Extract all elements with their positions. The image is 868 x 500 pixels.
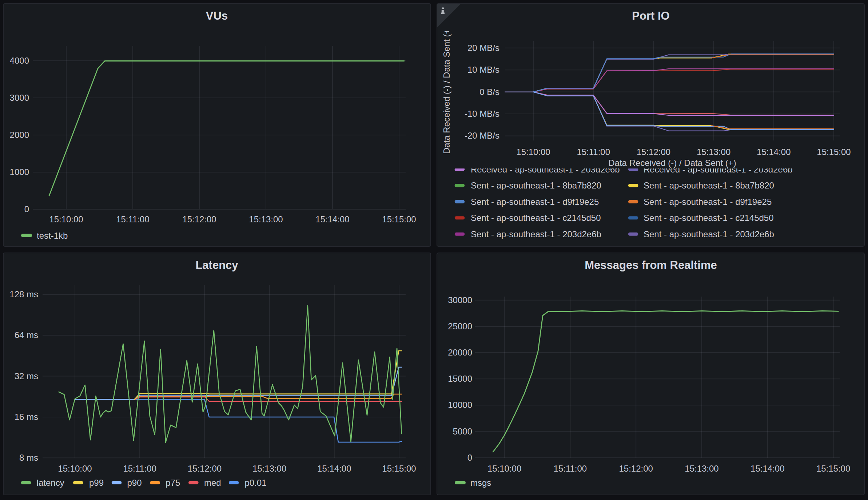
svg-text:Messages from Realtime: Messages from Realtime	[585, 259, 717, 271]
svg-text:128 ms: 128 ms	[9, 289, 38, 299]
svg-text:15:10:00: 15:10:00	[487, 464, 521, 473]
svg-text:VUs: VUs	[206, 9, 228, 22]
svg-text:15:13:00: 15:13:00	[249, 214, 283, 224]
svg-text:-20 MB/s: -20 MB/s	[465, 131, 499, 140]
svg-text:4000: 4000	[10, 56, 29, 66]
svg-text:-10 MB/s: -10 MB/s	[465, 109, 499, 119]
svg-text:Data Received (-) / Data Sent: Data Received (-) / Data Sent (+)	[608, 158, 736, 168]
svg-text:15:14:00: 15:14:00	[757, 147, 791, 157]
svg-text:15:11:00: 15:11:00	[577, 147, 610, 157]
svg-text:med: med	[204, 478, 221, 488]
svg-text:20 MB/s: 20 MB/s	[467, 43, 499, 53]
svg-text:15:13:00: 15:13:00	[685, 464, 718, 473]
svg-text:p0.01: p0.01	[245, 478, 267, 488]
svg-text:Sent - ap-southeast-1 - d9f19e: Sent - ap-southeast-1 - d9f19e25	[644, 197, 772, 207]
svg-text:10 MB/s: 10 MB/s	[467, 65, 499, 75]
svg-text:15:11:00: 15:11:00	[123, 464, 156, 473]
svg-text:16 ms: 16 ms	[15, 412, 38, 422]
svg-text:15:10:00: 15:10:00	[516, 147, 550, 157]
svg-text:15:11:00: 15:11:00	[116, 214, 150, 224]
svg-text:0 B/s: 0 B/s	[479, 87, 499, 97]
svg-text:15:12:00: 15:12:00	[188, 464, 222, 473]
svg-text:Sent - ap-southeast-1 - d9f19e: Sent - ap-southeast-1 - d9f19e25	[471, 197, 599, 207]
svg-text:1000: 1000	[10, 167, 29, 177]
svg-text:5000: 5000	[453, 426, 472, 436]
svg-text:p75: p75	[166, 478, 180, 488]
svg-text:Port IO: Port IO	[632, 9, 669, 22]
svg-text:15:15:00: 15:15:00	[382, 464, 416, 473]
svg-text:15:13:00: 15:13:00	[252, 464, 286, 473]
svg-text:Data Received (-) / Data Sent: Data Received (-) / Data Sent (+)	[442, 26, 451, 154]
svg-text:3000: 3000	[10, 93, 29, 103]
svg-text:test-1kb: test-1kb	[37, 231, 68, 241]
svg-text:30000: 30000	[448, 295, 472, 305]
svg-text:p90: p90	[127, 478, 142, 488]
svg-text:0: 0	[24, 204, 29, 214]
svg-text:15:11:00: 15:11:00	[554, 464, 587, 473]
svg-text:25000: 25000	[448, 321, 472, 331]
svg-text:32 ms: 32 ms	[15, 371, 38, 381]
svg-text:Sent - ap-southeast-1 - c2145d: Sent - ap-southeast-1 - c2145d50	[644, 213, 774, 223]
svg-text:15:15:00: 15:15:00	[816, 464, 850, 473]
svg-text:msgs: msgs	[470, 478, 491, 488]
svg-text:20000: 20000	[448, 348, 472, 357]
svg-text:15:12:00: 15:12:00	[637, 147, 670, 157]
svg-text:15:14:00: 15:14:00	[315, 214, 349, 224]
svg-text:Sent - ap-southeast-1 - c2145d: Sent - ap-southeast-1 - c2145d50	[471, 213, 601, 223]
svg-text:Sent - ap-southeast-1 - 8ba7b8: Sent - ap-southeast-1 - 8ba7b820	[471, 180, 601, 190]
svg-text:15:14:00: 15:14:00	[317, 464, 351, 473]
svg-text:15:12:00: 15:12:00	[619, 464, 653, 473]
svg-text:15:10:00: 15:10:00	[49, 214, 83, 224]
svg-text:Sent - ap-southeast-1 - 203d2e: Sent - ap-southeast-1 - 203d2e6b	[471, 229, 601, 239]
svg-text:15:14:00: 15:14:00	[750, 464, 784, 473]
svg-text:15:15:00: 15:15:00	[817, 147, 851, 157]
svg-text:15:15:00: 15:15:00	[382, 214, 416, 224]
svg-text:64 ms: 64 ms	[15, 330, 38, 340]
svg-text:8 ms: 8 ms	[19, 453, 38, 463]
svg-text:15:10:00: 15:10:00	[58, 464, 92, 473]
svg-text:Latency: Latency	[195, 259, 238, 271]
svg-text:Sent - ap-southeast-1 - 8ba7b8: Sent - ap-southeast-1 - 8ba7b820	[644, 180, 774, 190]
svg-text:15000: 15000	[448, 374, 472, 384]
svg-text:15:12:00: 15:12:00	[182, 214, 216, 224]
svg-text:15:13:00: 15:13:00	[697, 147, 730, 157]
svg-text:p99: p99	[89, 478, 104, 488]
svg-text:2000: 2000	[10, 130, 29, 140]
svg-text:Sent - ap-southeast-1 - 203d2e: Sent - ap-southeast-1 - 203d2e6b	[644, 229, 774, 239]
svg-text:latency: latency	[37, 478, 64, 488]
svg-text:0: 0	[467, 453, 472, 463]
svg-text:10000: 10000	[448, 400, 472, 410]
